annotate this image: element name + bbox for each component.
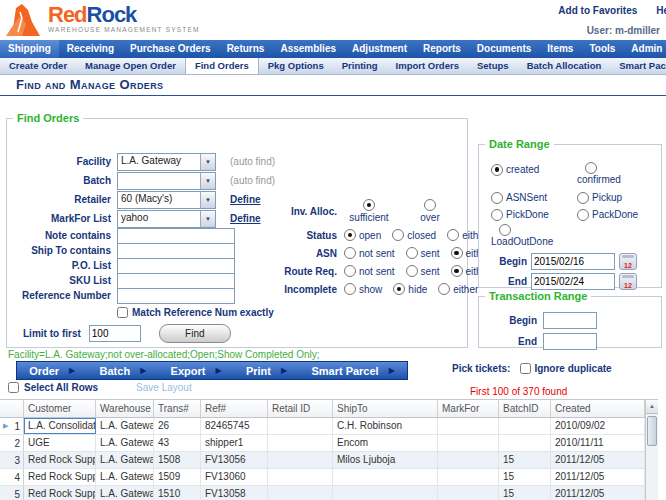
sub-nav-item-printing[interactable]: Printing — [333, 58, 387, 74]
chevron-down-icon[interactable]: ▼ — [200, 154, 215, 170]
header-indicator[interactable] — [0, 400, 24, 417]
cell-batch_id[interactable] — [499, 418, 551, 434]
radio-unselected[interactable] — [438, 283, 450, 295]
radio-selected[interactable] — [451, 247, 463, 259]
radio-unselected[interactable] — [406, 247, 418, 259]
calendar-icon[interactable]: 12 — [619, 273, 637, 290]
cell-retail_id[interactable] — [268, 418, 333, 434]
cell-created[interactable]: 2011/12/05 — [551, 452, 645, 468]
radio-selected[interactable] — [393, 283, 405, 295]
radio-unselected[interactable] — [577, 192, 589, 204]
cell-ship_to[interactable]: Encom — [333, 435, 438, 451]
radio-option-not-sent[interactable]: not sent — [344, 265, 395, 277]
cell-customer[interactable]: Red Rock Supp — [24, 452, 96, 468]
table-row[interactable]: ▶1L.A. ConsolidatL.A. Gateway2682465745C… — [0, 418, 658, 435]
cell-retail_id[interactable] — [268, 435, 333, 451]
calendar-icon[interactable]: 12 — [619, 253, 637, 270]
radio-selected[interactable] — [344, 229, 356, 241]
chevron-down-icon[interactable]: ▼ — [200, 173, 215, 189]
transaction-begin-input[interactable] — [543, 312, 597, 329]
header-trans[interactable]: Trans# — [154, 400, 201, 417]
main-nav-item-adjustment[interactable]: Adjustment — [344, 40, 415, 58]
cell-warehouse[interactable]: L.A. Gateway — [96, 452, 154, 468]
cell-created[interactable]: 2010/09/02 — [551, 418, 645, 434]
radio-unselected[interactable] — [447, 229, 459, 241]
date-option-pickup[interactable]: Pickup — [577, 190, 657, 205]
cell-retail_id[interactable] — [268, 469, 333, 485]
toolbar-smart-parcel[interactable]: Smart Parcel▶ — [311, 365, 394, 377]
cell-customer[interactable]: Red Rock Supp — [24, 486, 96, 500]
help-link[interactable]: Help — [656, 5, 666, 16]
main-nav-item-items[interactable]: Items — [539, 40, 581, 58]
table-row[interactable]: 3Red Rock SuppL.A. Gateway1508FV13056Mil… — [0, 452, 658, 469]
cell-trans[interactable]: 26 — [154, 418, 201, 434]
reference-number-input[interactable] — [117, 288, 235, 304]
toolbar-export[interactable]: Export▶ — [171, 365, 222, 377]
main-nav-item-admin[interactable]: Admin — [623, 40, 666, 58]
toolbar-print[interactable]: Print▶ — [246, 365, 287, 377]
header-created[interactable]: Created — [551, 400, 645, 417]
chevron-down-icon[interactable]: ▼ — [200, 192, 215, 208]
define-link[interactable]: Define — [230, 194, 261, 205]
cell-customer[interactable]: UGE — [24, 435, 96, 451]
cell-mark_for[interactable] — [438, 452, 499, 468]
select-all-rows-checkbox[interactable] — [8, 382, 19, 393]
cell-warehouse[interactable]: L.A. Gateway — [96, 435, 154, 451]
cell-warehouse[interactable]: L.A. Gateway — [96, 418, 154, 434]
cell-ref[interactable]: FV13056 — [201, 452, 268, 468]
cell-mark_for[interactable] — [438, 469, 499, 485]
cell-ship_to[interactable]: Milos Ljuboja — [333, 452, 438, 468]
cell-warehouse[interactable]: L.A. Gateway — [96, 486, 154, 500]
sub-nav-item-smart-pack[interactable]: Smart Pack — [610, 58, 666, 74]
cell-ref[interactable]: shipper1 — [201, 435, 268, 451]
define-link[interactable]: Define — [230, 213, 261, 224]
note-contains-input[interactable] — [117, 228, 235, 244]
main-nav-item-purchase-orders[interactable]: Purchase Orders — [122, 40, 219, 58]
main-nav-item-documents[interactable]: Documents — [469, 40, 539, 58]
p-o-list-input[interactable] — [117, 258, 235, 274]
radio-option-either[interactable]: either — [438, 283, 478, 295]
cell-ship_to[interactable] — [333, 469, 438, 485]
cell-mark_for[interactable] — [438, 486, 499, 500]
batch-select[interactable]: ▼ — [117, 172, 216, 190]
main-nav-item-shipping[interactable]: Shipping — [0, 40, 59, 58]
header-retail-id[interactable]: Retail ID — [268, 400, 333, 417]
cell-created[interactable]: 2011/12/05 — [551, 469, 645, 485]
sub-nav-item-import-orders[interactable]: Import Orders — [387, 58, 468, 74]
radio-unselected[interactable] — [491, 192, 503, 204]
cell-batch_id[interactable]: 15 — [499, 469, 551, 485]
cell-customer[interactable]: L.A. Consolidat — [24, 418, 96, 434]
date-option-packdone[interactable]: PackDone — [577, 207, 657, 222]
radio-option-hide[interactable]: hide — [393, 283, 427, 295]
radio-selected[interactable] — [363, 199, 375, 211]
cell-trans[interactable]: 1509 — [154, 469, 201, 485]
radio-unselected[interactable] — [424, 199, 436, 211]
radio-unselected[interactable] — [344, 247, 356, 259]
sku-list-input[interactable] — [117, 273, 235, 289]
cell-ship_to[interactable] — [333, 486, 438, 500]
toolbar-order[interactable]: Order▶ — [29, 365, 75, 377]
sub-nav-item-pkg-options[interactable]: Pkg Options — [259, 58, 333, 74]
vertical-scrollbar[interactable]: ▲ — [645, 400, 658, 500]
sub-nav-item-batch-allocation[interactable]: Batch Allocation — [518, 58, 611, 74]
date-option-loadoutdone[interactable]: LoadOutDone — [491, 224, 577, 250]
cell-retail_id[interactable] — [268, 452, 333, 468]
radio-option-open[interactable]: open — [344, 229, 381, 241]
cell-retail_id[interactable] — [268, 486, 333, 500]
cell-customer[interactable]: Red Rock Supp — [24, 469, 96, 485]
cell-created[interactable]: 2010/11/11 — [551, 435, 645, 451]
ship-to-contains-input[interactable] — [117, 243, 235, 259]
save-layout-link[interactable]: Save Layout — [136, 382, 192, 393]
cell-trans[interactable]: 1508 — [154, 452, 201, 468]
header-shipto[interactable]: ShipTo — [333, 400, 438, 417]
scroll-up-icon[interactable]: ▲ — [646, 400, 658, 414]
header-batchid[interactable]: BatchID — [499, 400, 551, 417]
date-option-pickdone[interactable]: PickDone — [491, 207, 577, 222]
cell-batch_id[interactable] — [499, 435, 551, 451]
add-to-favorites-link[interactable]: Add to Favorites — [558, 5, 637, 16]
radio-unselected[interactable] — [344, 265, 356, 277]
radio-unselected[interactable] — [585, 162, 597, 174]
radio-unselected[interactable] — [499, 224, 511, 236]
radio-unselected[interactable] — [392, 229, 404, 241]
radio-unselected[interactable] — [577, 209, 589, 221]
